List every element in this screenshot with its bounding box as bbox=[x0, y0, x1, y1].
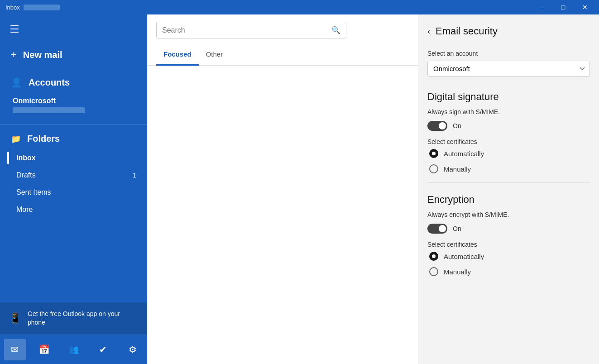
title-bar-controls: – □ ✕ bbox=[531, 0, 595, 14]
folder-icon: 📁 bbox=[11, 134, 21, 144]
sidebar: + New mail 👤 Accounts Onmicrosoft 📁 bbox=[0, 14, 147, 364]
tab-other-label: Other bbox=[206, 50, 223, 58]
tabs-container: Focused Other bbox=[147, 44, 418, 66]
search-icon: 🔍 bbox=[331, 26, 340, 34]
sidebar-bottom: 📱 Get the free Outlook app on your phone… bbox=[0, 302, 147, 364]
account-item[interactable]: Onmicrosoft bbox=[0, 93, 147, 117]
title-text: Inbox bbox=[5, 4, 20, 11]
search-bar-container: 🔍 bbox=[147, 14, 418, 44]
accounts-header: 👤 Accounts bbox=[0, 72, 147, 93]
encrypt-cert-auto-radio[interactable] bbox=[429, 252, 438, 261]
person-icon: 👤 bbox=[11, 77, 22, 88]
sign-cert-auto-label: Automatically bbox=[444, 150, 484, 158]
new-mail-button[interactable]: + New mail bbox=[0, 42, 147, 68]
content-area: 🔍 Focused Other bbox=[147, 14, 418, 364]
title-bar: Inbox – □ ✕ bbox=[0, 0, 599, 14]
sign-toggle-state: On bbox=[453, 122, 461, 129]
folder-more[interactable]: More bbox=[0, 201, 147, 218]
folder-inbox[interactable]: Inbox bbox=[0, 149, 147, 167]
calendar-nav-button[interactable]: 📅 bbox=[34, 339, 55, 360]
people-nav-icon: 👥 bbox=[69, 345, 79, 354]
encrypt-cert-manual-radio[interactable] bbox=[429, 267, 438, 276]
plus-icon: + bbox=[11, 49, 17, 61]
settings-body: Select an account Onmicrosoft Digital si… bbox=[418, 50, 599, 294]
todo-nav-button[interactable]: ✔ bbox=[92, 339, 114, 360]
sidebar-divider-1 bbox=[0, 124, 147, 125]
encrypt-toggle[interactable] bbox=[427, 224, 447, 234]
sign-toggle[interactable] bbox=[427, 121, 447, 131]
account-select[interactable]: Onmicrosoft bbox=[427, 61, 590, 77]
settings-title: Email security bbox=[436, 25, 498, 37]
mail-nav-button[interactable]: ✉ bbox=[4, 339, 26, 360]
sidebar-nav: ✉ 📅 👥 ✔ ⚙ bbox=[0, 335, 147, 364]
new-mail-label: New mail bbox=[23, 50, 62, 60]
minimize-button[interactable]: – bbox=[531, 0, 552, 14]
folders-header: 📁 Folders bbox=[0, 128, 147, 149]
encrypt-cert-manual[interactable]: Manually bbox=[429, 267, 590, 276]
tab-focused[interactable]: Focused bbox=[156, 44, 199, 66]
mail-nav-icon: ✉ bbox=[11, 344, 19, 355]
sign-cert-auto-radio[interactable] bbox=[429, 149, 438, 158]
settings-header: ‹ Email security bbox=[418, 14, 599, 44]
sidebar-top: + New mail 👤 Accounts Onmicrosoft 📁 bbox=[0, 14, 147, 302]
todo-nav-icon: ✔ bbox=[99, 344, 107, 355]
email-list bbox=[147, 66, 418, 364]
people-nav-button[interactable]: 👥 bbox=[63, 339, 85, 360]
encrypt-toggle-state: On bbox=[453, 225, 461, 232]
settings-divider bbox=[427, 182, 590, 183]
digital-signature-heading: Digital signature bbox=[427, 91, 590, 103]
hamburger-button[interactable] bbox=[4, 18, 25, 40]
folders-label: Folders bbox=[27, 134, 60, 144]
select-account-label: Select an account bbox=[427, 50, 590, 57]
phone-icon: 📱 bbox=[9, 312, 21, 324]
get-app-banner[interactable]: 📱 Get the free Outlook app on your phone bbox=[0, 302, 147, 335]
encrypt-cert-auto-label: Automatically bbox=[444, 253, 484, 260]
encrypt-toggle-row: On bbox=[427, 224, 590, 234]
folder-drafts-label: Drafts bbox=[16, 171, 36, 179]
folder-more-label: More bbox=[16, 206, 33, 214]
search-bar: 🔍 bbox=[156, 22, 346, 38]
always-encrypt-label: Always encrypt with S/MIME. bbox=[427, 211, 590, 218]
get-app-text: Get the free Outlook app on your phone bbox=[28, 310, 138, 327]
accounts-section: 👤 Accounts Onmicrosoft bbox=[0, 68, 147, 120]
folder-sent-label: Sent Items bbox=[16, 188, 51, 196]
hamburger-line-3 bbox=[10, 32, 19, 33]
account-name: Onmicrosoft bbox=[13, 97, 136, 105]
sign-toggle-row: On bbox=[427, 121, 590, 131]
settings-nav-button[interactable]: ⚙ bbox=[122, 339, 144, 360]
sign-cert-auto[interactable]: Automatically bbox=[429, 149, 590, 158]
sign-cert-label: Select certificates bbox=[427, 138, 590, 145]
encrypt-cert-auto[interactable]: Automatically bbox=[429, 252, 590, 261]
sign-cert-manual-label: Manually bbox=[444, 165, 471, 173]
encrypt-cert-label: Select certificates bbox=[427, 241, 590, 248]
tab-other[interactable]: Other bbox=[199, 44, 230, 66]
search-input[interactable] bbox=[162, 26, 328, 34]
settings-back-button[interactable]: ‹ bbox=[427, 27, 430, 36]
settings-nav-icon: ⚙ bbox=[129, 344, 137, 355]
sign-cert-manual[interactable]: Manually bbox=[429, 164, 590, 173]
maximize-button[interactable]: □ bbox=[553, 0, 574, 14]
folder-sent[interactable]: Sent Items bbox=[0, 184, 147, 201]
close-button[interactable]: ✕ bbox=[575, 0, 595, 14]
title-redacted bbox=[24, 5, 60, 10]
sign-cert-radio-group: Automatically Manually bbox=[427, 149, 590, 173]
sign-cert-manual-radio[interactable] bbox=[429, 164, 438, 173]
accounts-label: Accounts bbox=[29, 77, 70, 88]
folders-section: 📁 Folders Inbox Drafts 1 Sent Items More bbox=[0, 128, 147, 218]
always-sign-label: Always sign with S/MIME. bbox=[427, 108, 590, 115]
calendar-nav-icon: 📅 bbox=[38, 344, 50, 355]
settings-panel: ‹ Email security Select an account Onmic… bbox=[418, 14, 599, 364]
hamburger-line-1 bbox=[10, 25, 19, 26]
encryption-heading: Encryption bbox=[427, 194, 590, 206]
tab-focused-label: Focused bbox=[163, 50, 192, 58]
folder-inbox-label: Inbox bbox=[16, 154, 36, 162]
folder-drafts[interactable]: Drafts 1 bbox=[0, 167, 147, 184]
account-email-redacted bbox=[13, 107, 85, 113]
title-bar-title: Inbox bbox=[5, 4, 60, 11]
encrypt-cert-radio-group: Automatically Manually bbox=[427, 252, 590, 276]
main-layout: + New mail 👤 Accounts Onmicrosoft 📁 bbox=[0, 14, 599, 364]
folder-drafts-badge: 1 bbox=[133, 172, 136, 179]
hamburger-line-2 bbox=[10, 29, 19, 29]
encrypt-cert-manual-label: Manually bbox=[444, 268, 471, 276]
